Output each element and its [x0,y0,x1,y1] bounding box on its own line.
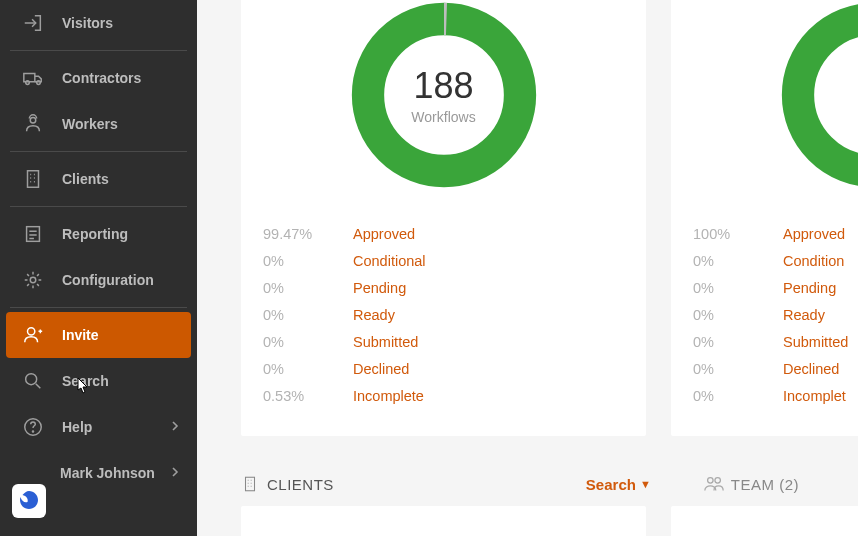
divider [10,307,187,308]
stats-list: 99.47%Approved 0%Conditional 0%Pending 0… [241,190,646,409]
sidebar-item-configuration[interactable]: Configuration [0,257,197,303]
svg-point-1 [37,81,41,85]
sidebar-item-contractors[interactable]: Contractors [0,55,197,101]
team-icon [703,473,725,495]
main-content: 188 Workflows 99.47%Approved 0%Condition… [197,0,858,536]
stat-row: 0%Incomplet [693,382,858,409]
caret-down-icon: ▼ [640,478,651,490]
team-label: TEAM (2) [731,476,799,493]
divider [10,50,187,51]
svg-point-13 [707,478,713,484]
sidebar-item-workers[interactable]: Workers [0,101,197,147]
svg-point-7 [26,374,37,385]
svg-point-6 [28,328,35,335]
stat-row: 0%Declined [263,355,624,382]
stat-row: 0%Ready [263,301,624,328]
clients-card [241,506,646,536]
stat-row: 0%Pending [263,274,624,301]
user-name: Mark Johnson [60,465,155,481]
sidebar: Visitors Contractors Workers Clients Rep… [0,0,197,536]
search-label: Search [586,476,636,493]
truck-icon [22,67,44,89]
sidebar-item-label: Search [62,373,109,389]
svg-point-2 [30,118,36,124]
stat-row: 0.53%Incomplete [263,382,624,409]
building-icon [241,475,259,493]
workflows-card-1: 188 Workflows 99.47%Approved 0%Condition… [241,0,646,436]
sidebar-item-label: Help [62,419,92,435]
stat-row: 0%Condition [693,247,858,274]
svg-rect-12 [246,477,255,491]
sidebar-item-label: Clients [62,171,109,187]
workflows-card-2: 4 W 100%Approved 0%Condition 0%Pending 0… [671,0,858,436]
svg-point-0 [26,81,30,85]
svg-rect-3 [28,171,39,188]
stat-row: 0%Ready [693,301,858,328]
app-logo[interactable] [12,484,46,518]
clients-section-header: CLIENTS [241,475,334,493]
svg-point-14 [715,478,721,484]
sidebar-item-reporting[interactable]: Reporting [0,211,197,257]
sidebar-item-label: Contractors [62,70,141,86]
donut-label: Workflows [411,109,475,125]
chevron-right-icon [171,419,179,435]
worker-icon [22,113,44,135]
stat-row: 0%Submitted [693,328,858,355]
footer-row: CLIENTS Search ▼ TEAM (2) [241,468,858,500]
report-icon [22,223,44,245]
svg-point-11 [798,19,859,171]
sidebar-item-search[interactable]: Search [0,358,197,404]
exit-icon [22,12,44,34]
stat-row: 0%Conditional [263,247,624,274]
divider [10,206,187,207]
stat-row: 99.47%Approved [263,220,624,247]
search-dropdown[interactable]: Search ▼ [586,476,651,493]
sidebar-item-help[interactable]: Help [0,404,197,450]
donut-chart: 188 Workflows [241,0,646,190]
divider [10,151,187,152]
clients-label: CLIENTS [267,476,334,493]
team-section-header: TEAM (2) [703,473,799,495]
donut-value: 188 [411,65,475,107]
sidebar-item-label: Invite [62,327,99,343]
chevron-right-icon [171,465,179,481]
svg-point-5 [30,277,36,283]
sidebar-item-label: Configuration [62,272,154,288]
stat-row: 0%Submitted [263,328,624,355]
gear-icon [22,269,44,291]
sidebar-item-label: Visitors [62,15,113,31]
sidebar-item-visitors[interactable]: Visitors [0,0,197,46]
stats-list: 100%Approved 0%Condition 0%Pending 0%Rea… [671,190,858,409]
donut-chart: 4 W [671,0,858,190]
sidebar-item-label: Workers [62,116,118,132]
stat-row: 100%Approved [693,220,858,247]
building-icon [22,168,44,190]
svg-point-9 [32,431,33,432]
sidebar-item-clients[interactable]: Clients [0,156,197,202]
team-card [671,506,858,536]
sidebar-item-label: Reporting [62,226,128,242]
search-icon [22,370,44,392]
user-plus-icon [22,324,44,346]
help-icon [22,416,44,438]
stat-row: 0%Pending [693,274,858,301]
sidebar-item-invite[interactable]: Invite [6,312,191,358]
stat-row: 0%Declined [693,355,858,382]
